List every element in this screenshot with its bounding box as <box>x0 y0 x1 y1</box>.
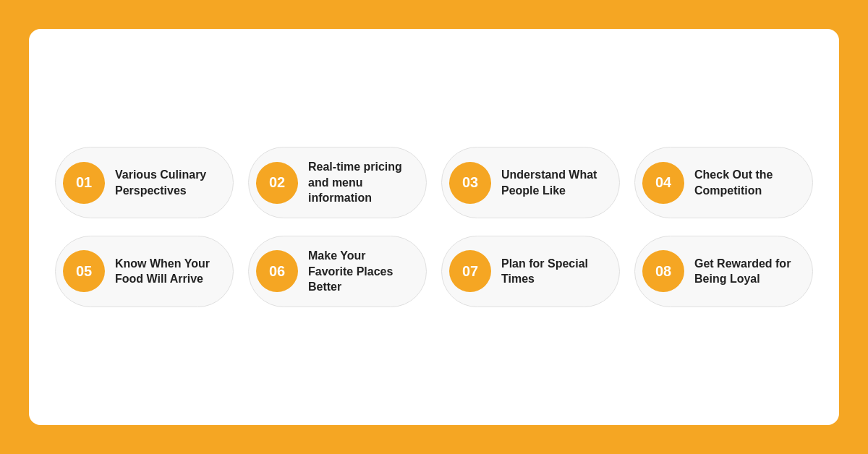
feature-item-02: 02Real-time pricing and menu information <box>248 147 427 218</box>
number-badge-07: 07 <box>449 250 491 292</box>
feature-label-08: Get Rewarded for Being Loyal <box>694 256 798 287</box>
feature-label-07: Plan for Special Times <box>501 256 605 287</box>
feature-item-07: 07Plan for Special Times <box>441 236 620 307</box>
feature-item-04: 04Check Out the Competition <box>634 147 813 218</box>
number-badge-04: 04 <box>642 162 684 204</box>
feature-label-05: Know When Your Food Will Arrive <box>115 256 218 287</box>
feature-label-03: Understand What People Like <box>501 167 605 198</box>
main-card: 01Various Culinary Perspectives02Real-ti… <box>29 29 839 425</box>
number-badge-08: 08 <box>642 250 684 292</box>
number-badge-06: 06 <box>256 250 298 292</box>
feature-label-01: Various Culinary Perspectives <box>115 167 218 198</box>
row-1: 01Various Culinary Perspectives02Real-ti… <box>55 147 813 218</box>
number-badge-05: 05 <box>63 250 105 292</box>
row-2: 05Know When Your Food Will Arrive06Make … <box>55 236 813 307</box>
number-badge-01: 01 <box>63 162 105 204</box>
feature-label-04: Check Out the Competition <box>694 167 798 198</box>
number-badge-03: 03 <box>449 162 491 204</box>
feature-item-01: 01Various Culinary Perspectives <box>55 147 234 218</box>
feature-item-06: 06Make Your Favorite Places Better <box>248 236 427 307</box>
number-badge-02: 02 <box>256 162 298 204</box>
feature-label-02: Real-time pricing and menu information <box>308 159 412 206</box>
feature-label-06: Make Your Favorite Places Better <box>308 248 412 295</box>
feature-item-03: 03Understand What People Like <box>441 147 620 218</box>
feature-item-08: 08Get Rewarded for Being Loyal <box>634 236 813 307</box>
feature-item-05: 05Know When Your Food Will Arrive <box>55 236 234 307</box>
